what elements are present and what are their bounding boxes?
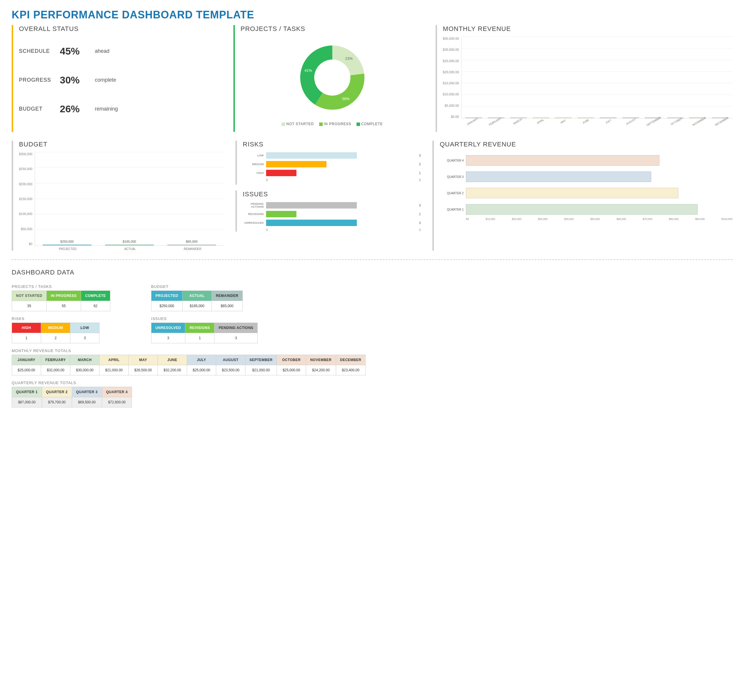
quarter-bar	[466, 171, 651, 182]
table-cell: $30,000.00	[70, 365, 100, 375]
overall-status-title: OVERALL STATUS	[19, 25, 222, 33]
table-header: APRIL	[100, 355, 129, 365]
y-tick: $20,000.00	[443, 70, 459, 74]
hbar-value: 2	[419, 162, 421, 166]
y-tick: $0.00	[443, 115, 459, 119]
status-value: 45%	[60, 46, 95, 57]
hbar-label: UNRESOLVED	[243, 221, 266, 224]
donut-slice-label: 41%	[304, 68, 312, 73]
y-tick: $10,000.00	[443, 92, 459, 96]
table-cell: 62	[81, 301, 110, 311]
table-cell: $32,000.00	[41, 365, 70, 375]
plot-area	[461, 37, 732, 119]
hbar-value: 3	[419, 221, 421, 224]
x-tick: $60,000	[616, 218, 626, 220]
table-header: LOW	[70, 323, 100, 333]
y-tick: $100,000	[19, 212, 33, 215]
x-tick: $30,000	[538, 218, 548, 220]
status-note: complete	[95, 77, 116, 83]
table-cell: $185,000	[182, 301, 211, 311]
donut-slice	[315, 73, 365, 110]
donut-slice-label: 36%	[342, 97, 350, 101]
hbar-fill	[266, 202, 357, 208]
x-tick: 0	[266, 178, 268, 182]
status-row: BUDGET 26% remaining	[19, 95, 222, 123]
overall-status-panel: OVERALL STATUS SCHEDULE 45% aheadPROGRES…	[12, 25, 222, 132]
status-row: PROGRESS 30% complete	[19, 65, 222, 95]
table-cell: $250,000	[151, 301, 182, 311]
table-header: ACTUAL	[182, 291, 211, 301]
table-cell: 3	[151, 333, 185, 343]
projects-tasks-title: PROJECTS / TASKS	[241, 25, 424, 33]
x-tick: $20,000	[512, 218, 521, 220]
bar-value-label: $250,000	[43, 240, 91, 243]
table-header: DECEMBER	[336, 355, 366, 365]
table-header: COMPLETE	[81, 291, 110, 301]
table-cell: $32,200.00	[158, 365, 187, 375]
quarterly-revenue-title: QUARTERLY REVENUE	[440, 141, 732, 148]
table-cell: $79,700.00	[42, 397, 72, 407]
table-cell: 35	[12, 301, 47, 311]
x-tick: $90,000	[695, 218, 705, 220]
table-header: UNRESOLVED	[151, 323, 185, 333]
hbar-fill	[266, 152, 357, 159]
risks-table-title: RISKS	[12, 317, 110, 321]
y-tick: $5,000.00	[443, 104, 459, 107]
issues-table-title: ISSUES	[151, 317, 258, 321]
quarter-label: QUARTER 4	[440, 159, 466, 162]
y-tick: $15,000.00	[443, 82, 459, 85]
risks-issues-panel: RISKS LOW 3MEDIUM 2HIGH 105 ISSUES PENDI…	[235, 141, 421, 251]
table-header: JULY	[187, 355, 216, 365]
data-table: QUARTER 1QUARTER 2QUARTER 3QUARTER 4$87,…	[12, 387, 132, 407]
table-cell: 2	[41, 333, 70, 343]
hbar-row: MEDIUM 2	[243, 161, 421, 167]
y-tick: $150,000	[19, 197, 33, 201]
table-header: JANUARY	[12, 355, 41, 365]
budget-panel: BUDGET $300,000$250,000$200,000$150,000$…	[12, 141, 224, 251]
table-header: PROJECTED	[151, 291, 182, 301]
hbar-row: REVISIONS 1	[243, 211, 421, 217]
table-header: MAY	[129, 355, 158, 365]
status-label: BUDGET	[19, 106, 60, 112]
plot-area: $250,000$185,000$65,000	[35, 152, 224, 245]
y-tick: $200,000	[19, 182, 33, 186]
table-header: SEPTEMBER	[246, 355, 277, 365]
data-table: PROJECTEDACTUALREMAINDER$250,000$185,000…	[151, 290, 243, 311]
hbar-label: HIGH	[243, 171, 266, 174]
table-header: IN PROGRESS	[46, 291, 81, 301]
y-tick: $30,000.00	[443, 48, 459, 51]
table-header: HIGH	[12, 323, 41, 333]
quarter-bar-row: QUARTER 4	[440, 152, 732, 169]
table-header: QUARTER 1	[12, 387, 42, 397]
y-tick: $50,000	[19, 227, 33, 231]
y-tick: $300,000	[19, 152, 33, 156]
hbar-row: HIGH 1	[243, 170, 421, 176]
table-cell: $26,500.00	[129, 365, 158, 375]
quarter-bar-row: QUARTER 3	[440, 169, 732, 185]
quarter-bar	[466, 204, 698, 215]
table-header: NOVEMBER	[306, 355, 336, 365]
budget-title: BUDGET	[19, 141, 224, 148]
table-header: PENDING ACTIONS	[214, 323, 257, 333]
monthly-table-title: MONTHLY REVENUE TOTALS	[12, 349, 732, 353]
status-label: PROGRESS	[19, 77, 60, 83]
quarter-label: QUARTER 2	[440, 192, 466, 195]
x-tick: $80,000	[669, 218, 679, 220]
page-title: KPI PERFORMANCE DASHBOARD TEMPLATE	[12, 9, 732, 21]
table-header: MARCH	[70, 355, 100, 365]
divider	[12, 259, 732, 260]
x-tick: REMAINDER	[161, 247, 224, 251]
table-cell: 1	[12, 333, 41, 343]
table-cell: $25,000.00	[277, 365, 306, 375]
x-tick: 0	[266, 228, 268, 232]
y-tick: $250,000	[19, 167, 33, 171]
table-cell: 1	[185, 333, 214, 343]
x-tick: $0	[466, 218, 469, 220]
quarter-bar-row: QUARTER 2	[440, 185, 732, 201]
hbar-value: 1	[419, 171, 421, 175]
quarter-label: QUARTER 1	[440, 208, 466, 211]
hbar-value: 3	[419, 154, 421, 157]
projects-donut-chart: 23%36%41%	[292, 37, 373, 119]
hbar-fill	[266, 161, 326, 167]
bar-value-label: $185,000	[105, 240, 153, 243]
